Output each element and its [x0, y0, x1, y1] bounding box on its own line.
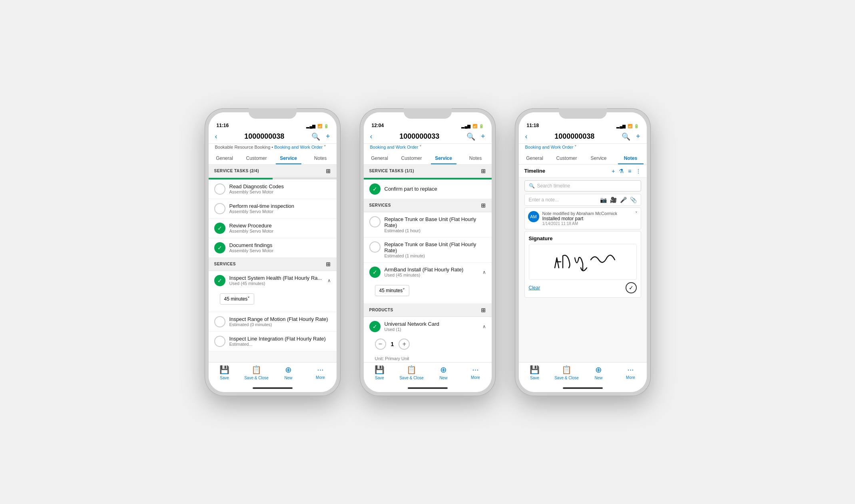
timeline-more-icon[interactable]: ⋮: [636, 168, 641, 174]
add-icon-1[interactable]: +: [326, 132, 330, 141]
back-button-3[interactable]: ‹: [525, 132, 528, 141]
dropdown-value-2-3: 45 minutes: [379, 288, 403, 293]
status-time-3: 11:18: [527, 123, 539, 128]
new-icon-2: ⊕: [440, 365, 447, 375]
tab-service-3[interactable]: Service: [583, 152, 615, 164]
task-item-2-1[interactable]: ✓ Confirm part to replace: [364, 179, 492, 199]
service-item-2-2[interactable]: Replace Trunk or Base Unit (Flat Hourly …: [364, 237, 492, 263]
service-item-2-1[interactable]: Replace Trunk or Base Unit (Flat Hourly …: [364, 212, 492, 237]
tab-notes-2[interactable]: Notes: [460, 152, 492, 164]
tab-customer-3[interactable]: Customer: [551, 152, 583, 164]
tab-service-1[interactable]: Service: [273, 152, 305, 164]
section-tasks-icon-1[interactable]: ⊞: [326, 168, 331, 174]
service-item-3[interactable]: Inspect Line Integration (Flat Hourly Ra…: [209, 332, 337, 351]
tab-notes-1[interactable]: Notes: [305, 152, 337, 164]
entry-expand-3[interactable]: ˅: [635, 211, 638, 217]
save-close-button-3[interactable]: 📋 Save & Close: [551, 365, 583, 380]
product-unit-2-1: Unit: Primary Unit: [369, 356, 415, 362]
more-button-2[interactable]: ··· More: [460, 365, 492, 380]
camera-icon[interactable]: 📷: [600, 197, 607, 203]
qty-minus-2-1[interactable]: −: [375, 339, 386, 350]
signal-icon: ▂▄▆: [306, 124, 315, 128]
task-check-3[interactable]: ✓: [214, 223, 225, 234]
timeline-add-icon[interactable]: +: [612, 168, 615, 174]
save-button-2[interactable]: 💾 Save: [364, 365, 396, 380]
app-header-3: ‹ 1000000038 🔍 +: [519, 130, 647, 144]
tab-general-1[interactable]: General: [209, 152, 241, 164]
service-check-2-3[interactable]: ✓: [369, 267, 381, 278]
service-check-3[interactable]: [214, 336, 225, 347]
save-close-label-3: Save & Close: [554, 376, 579, 380]
mic-icon[interactable]: 🎤: [620, 197, 627, 203]
chevron-product-2-1[interactable]: ∧: [482, 324, 486, 329]
more-button-3[interactable]: ··· More: [615, 365, 647, 380]
task-check-4[interactable]: ✓: [214, 242, 225, 253]
service-check-2-2[interactable]: [369, 241, 381, 253]
entry-text-3: Note modified by Abraham McCormick Insta…: [542, 211, 632, 226]
back-button-1[interactable]: ‹: [215, 132, 217, 141]
timeline-list-icon[interactable]: ≡: [628, 168, 631, 174]
task-check-2-1[interactable]: ✓: [369, 183, 381, 195]
tab-notes-3[interactable]: Notes: [615, 152, 647, 164]
tab-customer-1[interactable]: Customer: [241, 152, 273, 164]
task-item-4[interactable]: ✓ Document findings Assembly Servo Motor: [209, 238, 337, 258]
add-icon-2[interactable]: +: [481, 132, 485, 141]
new-button-2[interactable]: ⊕ New: [428, 365, 460, 380]
back-button-2[interactable]: ‹: [370, 132, 373, 141]
task-check-1[interactable]: [214, 183, 225, 195]
product-check-2-1[interactable]: ✓: [369, 321, 381, 332]
service-check-1[interactable]: ✓: [214, 275, 225, 286]
service-sub-2-2: Estimated (1 minute): [385, 253, 486, 258]
more-button-1[interactable]: ··· More: [305, 365, 337, 380]
qty-plus-2-1[interactable]: +: [399, 339, 410, 350]
save-close-button-2[interactable]: 📋 Save & Close: [396, 365, 428, 380]
note-input-3[interactable]: Enter a note... 📷 🎥 🎤 📎: [524, 194, 641, 206]
add-icon-3[interactable]: +: [636, 132, 640, 141]
chevron-1[interactable]: ∧: [327, 278, 331, 283]
subtitle-link-3[interactable]: Booking and Work Order: [525, 145, 574, 149]
subtitle-link-2[interactable]: Booking and Work Order: [370, 145, 419, 149]
save-button-3[interactable]: 💾 Save: [519, 365, 551, 380]
section-products-icon-2[interactable]: ⊞: [481, 307, 486, 313]
dropdown-2-3[interactable]: 45 minutes ˅: [375, 285, 410, 296]
tab-general-2[interactable]: General: [364, 152, 396, 164]
timeline-entry-3: AM Note modified by Abraham McCormick In…: [524, 207, 641, 229]
save-close-button-1[interactable]: 📋 Save & Close: [241, 365, 273, 380]
product-name-2-1: Universal Network Card: [385, 321, 478, 327]
tab-service-2[interactable]: Service: [428, 152, 460, 164]
search-icon-3[interactable]: 🔍: [622, 132, 630, 141]
entry-author-3: Note modified by Abraham McCormick: [542, 211, 632, 216]
status-icons-1: ▂▄▆ 📶 🔋: [306, 124, 328, 128]
tab-customer-2[interactable]: Customer: [396, 152, 428, 164]
task-item-3[interactable]: ✓ Review Procedure Assembly Servo Motor: [209, 219, 337, 238]
save-button-1[interactable]: 💾 Save: [209, 365, 241, 380]
task-item-1[interactable]: Read Diagnostic Codes Assembly Servo Mot…: [209, 179, 337, 199]
chevron-2-3[interactable]: ∧: [482, 269, 486, 275]
service-check-2-1[interactable]: [369, 216, 381, 227]
service-item-2[interactable]: Inspect Range of Motion (Flat Hourly Rat…: [209, 312, 337, 332]
task-check-2[interactable]: [214, 203, 225, 214]
service-check-2[interactable]: [214, 316, 225, 327]
video-icon[interactable]: 🎥: [610, 197, 617, 203]
section-services-icon-1[interactable]: ⊞: [326, 261, 331, 267]
search-bar-3[interactable]: 🔍 Search timeline: [524, 180, 641, 191]
search-icon-2[interactable]: 🔍: [466, 132, 475, 141]
confirm-button-3[interactable]: ✓: [626, 282, 637, 293]
task-item-2[interactable]: Perform real-time inspection Assembly Se…: [209, 199, 337, 219]
search-icon-1[interactable]: 🔍: [311, 132, 320, 141]
timeline-filter-icon[interactable]: ⚗: [619, 168, 624, 174]
clear-button-3[interactable]: Clear: [529, 285, 540, 291]
new-button-3[interactable]: ⊕ New: [583, 365, 615, 380]
task-name-2: Perform real-time inspection: [229, 203, 331, 209]
product-item-2-1[interactable]: ✓ Universal Network Card Used (1) ∧ − 1 …: [364, 317, 492, 362]
dropdown-1[interactable]: 45 minutes ˅: [220, 293, 255, 305]
new-button-1[interactable]: ⊕ New: [273, 365, 305, 380]
section-tasks-icon-2[interactable]: ⊞: [481, 168, 486, 174]
service-item-1[interactable]: ✓ Inspect System Health (Flat Hourly Ra.…: [209, 271, 337, 312]
subtitle-link-1[interactable]: Booking and Work Order: [274, 145, 323, 149]
section-services-icon-2[interactable]: ⊞: [481, 202, 486, 209]
tab-general-3[interactable]: General: [519, 152, 551, 164]
service-item-2-3[interactable]: ✓ ArmBand Install (Flat Hourly Rate) Use…: [364, 263, 492, 304]
more-label-3: More: [626, 375, 635, 380]
attach-icon[interactable]: 📎: [630, 197, 637, 203]
